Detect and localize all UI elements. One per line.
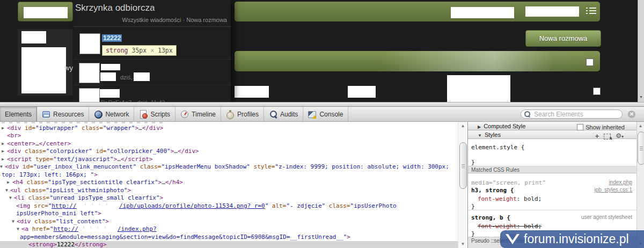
redacted-box (447, 75, 510, 103)
dom-tree-line[interactable]: ▶<div id="ipbwrapper" class="wrapper">…<… (0, 125, 458, 132)
expander-closed-icon[interactable]: ▶ (7, 180, 10, 185)
tab-elements[interactable]: Elements (0, 107, 37, 121)
sidebar-scrollbar[interactable]: ▲ ▼ (636, 122, 644, 248)
styles-toolbar-icons: + ⚙▾ (595, 132, 624, 141)
styles-header[interactable]: ▼Styles + ⚙▾ (468, 130, 636, 139)
network-icon (94, 110, 103, 119)
inspect-highlighted-text[interactable]: 12222 (102, 34, 122, 42)
scrollbar-thumb[interactable] (459, 142, 467, 189)
css-declaration-overridden[interactable]: font-weight: bold; (478, 223, 541, 230)
tab-label: Resources (53, 111, 84, 118)
scripts-icon (139, 110, 148, 119)
message-list-item[interactable]: PoRzErAcZ - dziś, 11:43 (74, 85, 231, 102)
message-list-item[interactable]: 12222 strong 35px × 13px (74, 27, 231, 60)
tab-profiles[interactable]: Profiles (221, 107, 264, 121)
redacted-box (451, 7, 514, 18)
page-vertical-scrollbar[interactable]: ▼ (638, 0, 644, 102)
css-selector[interactable]: h3, strong { (471, 187, 514, 194)
expander-open-icon[interactable]: ▼ (9, 195, 12, 200)
scroll-down-icon[interactable]: ▼ (458, 242, 467, 246)
dom-tree-scrollbar[interactable]: ▲ ▼ (458, 122, 467, 248)
watermark-logo-icon (506, 234, 519, 245)
dom-tree-line[interactable]: ▶<script type="text/javascript">…</scrip… (0, 156, 458, 163)
scroll-up-icon[interactable]: ▲ (458, 123, 467, 128)
section-header-bar (235, 51, 600, 71)
list-view-icon[interactable] (586, 7, 597, 14)
tab-label: Scripts (150, 111, 170, 118)
scroll-up-icon[interactable]: ▲ (637, 123, 644, 128)
tab-resources[interactable]: Resources (37, 107, 89, 121)
tab-label: Console (319, 111, 343, 118)
dom-tree-line[interactable]: ▼<ul class="ipsList_withminiphoto"> (0, 187, 458, 194)
stylesheet-link[interactable]: ipb_styles.css:1 (594, 187, 632, 193)
expander-open-icon[interactable]: ▼ (12, 219, 14, 224)
row-checkbox[interactable] (593, 87, 601, 95)
show-inherited-checkbox[interactable] (577, 124, 583, 130)
tab-timeline[interactable]: Timeline (175, 107, 221, 121)
redacted-avatar (21, 47, 66, 93)
redacted-avatar (79, 88, 100, 102)
inbox-dropdown-menu: Skrzynka odbiorcza Wszystkie wiadomości … (74, 0, 231, 102)
code-text: <strong>12222</strong> (28, 241, 107, 248)
search-box[interactable] (521, 110, 623, 119)
dom-tree-line[interactable]: app=members&module=messaging&section=vie… (0, 234, 458, 241)
resource-link[interactable]: http:// (54, 225, 78, 232)
search-input[interactable] (533, 110, 622, 119)
dom-tree-line[interactable]: ▼<a href="http:// ' ' ' ' /index.php? (0, 225, 458, 233)
resource-link[interactable]: http:// (52, 202, 76, 209)
dom-tree-line[interactable]: ▼<li class="unread ipsType_small clearfi… (0, 194, 458, 202)
tab-network[interactable]: Network (89, 107, 134, 121)
resource-link[interactable]: /index.php? (118, 225, 157, 232)
close-icon[interactable]: ✕ (628, 111, 635, 118)
code-text: <h4 class="ipsType_sectiontitle clearfix… (12, 179, 183, 186)
new-conversation-button[interactable]: Nowa rozmowa (525, 30, 601, 47)
dom-tree-line[interactable]: ▶<div class="colorpicker" id="collorpick… (0, 148, 458, 155)
search-icon (524, 111, 530, 117)
dom-tree-line[interactable]: <strong>12222</strong> (0, 241, 458, 248)
tab-audits[interactable]: Audits (264, 107, 303, 121)
dom-tree-line[interactable]: <br> (0, 132, 458, 140)
devtools-panel: ElementsResourcesNetworkScriptsTimelineP… (0, 106, 644, 248)
select-all-checkbox[interactable] (586, 59, 594, 66)
element-style-open[interactable]: element.style { (471, 144, 524, 151)
dom-tree-line[interactable]: ▶<h4 class="ipsType_sectiontitle clearfi… (0, 179, 458, 186)
clipped-code-line (2, 122, 163, 123)
chevron-down-icon: ▼ (478, 133, 482, 138)
expander-open-icon[interactable]: ▼ (0, 164, 3, 169)
top-left-button[interactable] (18, 2, 73, 21)
inbox-subtitle-links[interactable]: Wszystkie wiadomości · Nowa rozmowa (122, 17, 227, 23)
expander-closed-icon[interactable]: ▶ (2, 157, 4, 162)
gear-icon[interactable]: ⚙▾ (616, 132, 624, 141)
dom-tree-line[interactable]: ▼<div class="list_content"> (0, 218, 458, 225)
dom-tree-line[interactable]: ▼<div id="user_inbox_link_menucontent" c… (0, 163, 458, 171)
expander-closed-icon[interactable]: ▶ (2, 126, 4, 130)
css-selector[interactable]: strong, b { (471, 214, 510, 221)
dom-tree-line[interactable]: ▶<center>…</center> (0, 140, 458, 148)
redacted-box (525, 6, 579, 17)
new-style-rule-icon[interactable]: + (595, 132, 599, 141)
resources-icon (42, 110, 50, 119)
code-text: ipsUserPhoto_mini left"> (16, 210, 101, 217)
audits-icon (269, 110, 277, 119)
expander-open-icon[interactable]: ▼ (5, 188, 8, 193)
page-horizontal-scrollbar[interactable] (0, 102, 644, 106)
element-state-icon[interactable] (604, 134, 611, 140)
computed-style-title: Computed Style (484, 123, 525, 129)
dom-tree-line[interactable]: ipsUserPhoto_mini left"> (0, 210, 458, 217)
css-declaration[interactable]: font-weight: bold; (478, 195, 541, 202)
stylesheet-link[interactable]: index.php (609, 179, 632, 185)
divider (74, 26, 231, 27)
tab-console[interactable]: Console (303, 107, 348, 121)
scroll-down-icon[interactable]: ▼ (639, 95, 643, 99)
styles-title: Styles (485, 132, 501, 138)
dom-tree-line[interactable]: <img src="http:// ' ' ' ' /ipb/uploads/p… (0, 202, 458, 210)
expander-closed-icon[interactable]: ▶ (2, 141, 4, 146)
tab-scripts[interactable]: Scripts (134, 107, 175, 121)
resource-link[interactable]: /ipb/uploads/profile/photo-11534.png? r=… (119, 202, 265, 209)
message-list-item[interactable]: dziś, (74, 60, 231, 85)
dom-tree-line[interactable]: top: 173px; left: 166px; "> (0, 171, 458, 179)
expander-closed-icon[interactable]: ▶ (2, 149, 4, 154)
computed-style-header[interactable]: ▶Computed Style Show inherited (468, 122, 636, 130)
scrollbar-thumb[interactable] (638, 132, 644, 165)
expander-open-icon[interactable]: ▼ (17, 227, 19, 231)
